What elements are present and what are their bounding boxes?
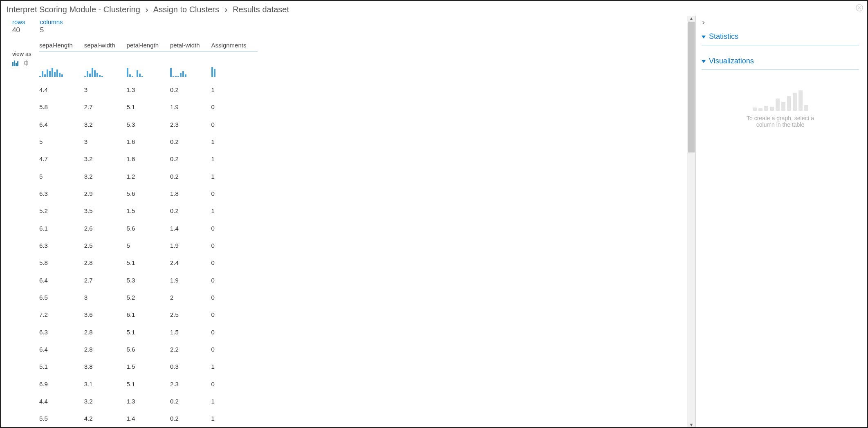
statistics-section-header[interactable]: Statistics <box>702 29 859 45</box>
table-cell: 3 <box>84 289 127 306</box>
table-cell: 1.5 <box>170 323 211 341</box>
table-cell: 0.2 <box>170 150 211 168</box>
table-cell: 1 <box>211 410 258 427</box>
table-row[interactable]: 5.82.85.12.40 <box>39 254 258 271</box>
table-cell: 1.9 <box>170 271 211 289</box>
table-cell: 2.3 <box>170 116 211 133</box>
table-row[interactable]: 5.82.75.11.90 <box>39 99 258 116</box>
svg-rect-3 <box>12 62 13 66</box>
column-histogram[interactable] <box>127 52 170 81</box>
table-cell: 2.6 <box>84 220 127 237</box>
app-frame: Interpret Scoring Module - Clustering As… <box>0 0 868 428</box>
table-cell: 5 <box>127 237 170 254</box>
table-cell: 2.3 <box>170 375 211 392</box>
table-cell: 1.9 <box>170 99 211 116</box>
table-cell: 0 <box>211 375 258 392</box>
table-row[interactable]: 6.42.75.31.90 <box>39 271 258 289</box>
table-cell: 0 <box>211 289 258 306</box>
table-cell: 3 <box>84 133 127 150</box>
table-row[interactable]: 6.32.95.61.80 <box>39 185 258 202</box>
table-cell: 2.8 <box>84 323 127 341</box>
column-histogram[interactable] <box>39 52 84 81</box>
table-row[interactable]: 5.23.51.50.21 <box>39 202 258 220</box>
table-cell: 0 <box>211 237 258 254</box>
chevron-right-icon[interactable] <box>702 19 859 26</box>
table-row[interactable]: 4.431.30.21 <box>39 81 258 98</box>
rows-value: 40 <box>12 26 25 34</box>
column-header[interactable]: petal-width <box>170 40 211 52</box>
table-cell: 6.1 <box>39 220 84 237</box>
column-header[interactable]: sepal-length <box>39 40 84 52</box>
table-cell: 2 <box>170 289 211 306</box>
breadcrumb-item[interactable]: Assign to Clusters <box>153 5 219 14</box>
scroll-down-icon[interactable]: ▼ <box>687 422 695 427</box>
table-row[interactable]: 6.42.85.62.20 <box>39 341 258 358</box>
table-cell: 5.1 <box>127 254 170 271</box>
histogram-view-icon[interactable] <box>12 60 21 67</box>
table-row[interactable]: 6.12.65.61.40 <box>39 220 258 237</box>
visualization-placeholder: To create a graph, select a column in th… <box>702 86 859 128</box>
table-cell: 2.2 <box>170 341 211 358</box>
column-histogram[interactable] <box>211 52 258 81</box>
table-cell: 5.5 <box>39 410 84 427</box>
breadcrumb-item[interactable]: Results dataset <box>233 5 289 14</box>
column-histogram[interactable] <box>84 52 127 81</box>
table-cell: 5 <box>39 168 84 185</box>
table-row[interactable]: 5.54.21.40.21 <box>39 410 258 427</box>
table-cell: 6.3 <box>39 185 84 202</box>
table-cell: 4.4 <box>39 392 84 410</box>
table-cell: 1 <box>211 150 258 168</box>
table-row[interactable]: 4.43.21.30.21 <box>39 392 258 410</box>
scroll-up-icon[interactable]: ▲ <box>687 16 695 21</box>
statistics-label: Statistics <box>709 32 738 41</box>
table-row[interactable]: 6.535.220 <box>39 289 258 306</box>
table-cell: 1.6 <box>127 133 170 150</box>
boxplot-view-icon[interactable] <box>24 60 29 67</box>
table-cell: 1.3 <box>127 81 170 98</box>
visualizations-section-header[interactable]: Visualizations <box>702 54 859 70</box>
table-cell: 5 <box>39 133 84 150</box>
table-cell: 2.8 <box>84 254 127 271</box>
placeholder-text: To create a graph, select a <box>702 115 859 121</box>
vertical-scrollbar[interactable]: ▲ ▼ <box>687 16 695 427</box>
table-cell: 1 <box>211 358 258 375</box>
table-cell: 1.4 <box>127 410 170 427</box>
table-row[interactable]: 7.23.66.12.50 <box>39 306 258 323</box>
table-cell: 1 <box>211 202 258 220</box>
table-cell: 3.2 <box>84 150 127 168</box>
table-row[interactable]: 6.43.25.32.30 <box>39 116 258 133</box>
table-row[interactable]: 4.73.21.60.21 <box>39 150 258 168</box>
table-row[interactable]: 53.21.20.21 <box>39 168 258 185</box>
table-row[interactable]: 6.93.15.12.30 <box>39 375 258 392</box>
table-cell: 6.3 <box>39 237 84 254</box>
table-cell: 5.1 <box>127 375 170 392</box>
table-cell: 0 <box>211 99 258 116</box>
svg-marker-12 <box>702 60 706 63</box>
table-row[interactable]: 6.32.85.11.50 <box>39 323 258 341</box>
table-cell: 1.5 <box>127 202 170 220</box>
table-row[interactable]: 5.13.81.50.31 <box>39 358 258 375</box>
table-cell: 2.9 <box>84 185 127 202</box>
column-header[interactable]: sepal-width <box>84 40 127 52</box>
table-cell: 3 <box>84 81 127 98</box>
table-cell: 3.5 <box>84 202 127 220</box>
table-cell: 7.2 <box>39 306 84 323</box>
ghost-chart-icon <box>702 86 859 111</box>
table-cell: 6.5 <box>39 289 84 306</box>
table-cell: 0 <box>211 185 258 202</box>
column-header[interactable]: Assignments <box>211 40 258 52</box>
svg-rect-6 <box>17 61 18 66</box>
table-cell: 5.6 <box>127 341 170 358</box>
scroll-thumb[interactable] <box>688 22 695 152</box>
table-cell: 6.4 <box>39 116 84 133</box>
table-cell: 5.8 <box>39 99 84 116</box>
table-cell: 6.3 <box>39 323 84 341</box>
column-header[interactable]: petal-length <box>127 40 170 52</box>
table-cell: 0.3 <box>170 358 211 375</box>
close-icon[interactable] <box>856 4 863 11</box>
table-row[interactable]: 6.32.551.90 <box>39 237 258 254</box>
column-histogram[interactable] <box>170 52 211 81</box>
breadcrumb-item[interactable]: Interpret Scoring Module - Clustering <box>7 5 140 14</box>
table-cell: 6.4 <box>39 341 84 358</box>
table-row[interactable]: 531.60.21 <box>39 133 258 150</box>
